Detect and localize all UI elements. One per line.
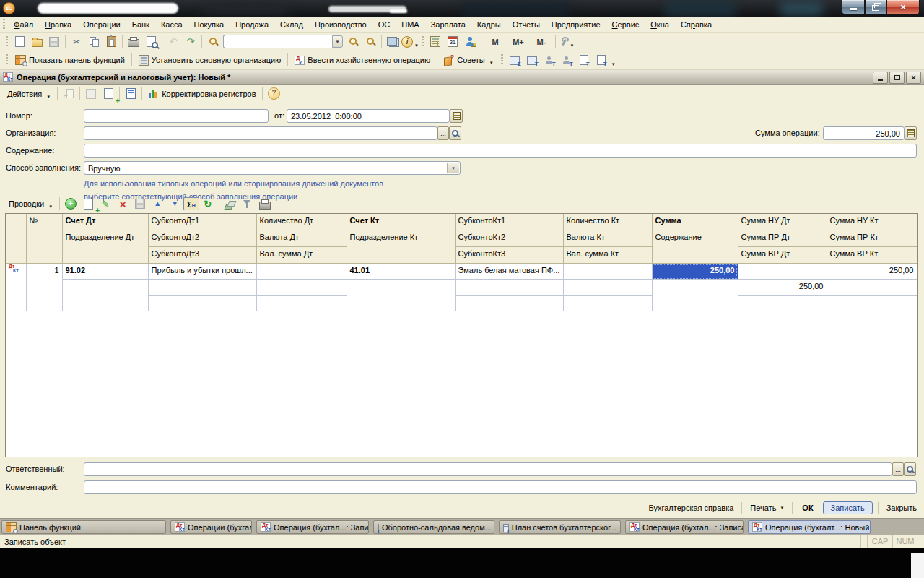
comment-input[interactable]	[84, 480, 917, 494]
print-list-button[interactable]	[256, 196, 274, 212]
copy-row-button[interactable]: +	[79, 196, 97, 212]
cell-sum-nu-dt[interactable]	[738, 264, 827, 280]
fill-method-select[interactable]: Вручную ▼	[84, 161, 461, 175]
menu-purchase[interactable]: Покупка	[188, 19, 230, 30]
menu-sale[interactable]: Продажа	[230, 19, 274, 30]
cell-cur-sum-kt[interactable]	[563, 296, 652, 311]
search-dropdown-button[interactable]: ▼	[332, 35, 343, 48]
windows-list-button[interactable]	[384, 34, 401, 50]
tab-chart-of-accounts[interactable]: Т План счетов бухгалтерског...	[499, 520, 621, 534]
cell-account-dt[interactable]: 91.02	[62, 264, 148, 280]
tab-turnover-balance[interactable]: Т Оборотно-сальдовая ведом...	[373, 520, 494, 534]
menu-enterprise[interactable]: Предприятие	[546, 19, 606, 30]
quick-report-2-button[interactable]: Т	[523, 52, 541, 68]
register-correction-button[interactable]: Корректировка регистров	[144, 85, 260, 103]
tab-operation-new-active[interactable]: ДтКт Операция (бухгалт...: Новый *	[748, 520, 871, 534]
document-minimize-button[interactable]	[873, 72, 888, 84]
print-preview-button[interactable]	[142, 34, 160, 50]
print-button-footer[interactable]: Печать ▼	[747, 502, 787, 514]
reread-button[interactable]: ←	[60, 86, 77, 102]
set-interval-button[interactable]	[222, 196, 239, 212]
cell-subconto-dt2[interactable]	[148, 280, 256, 296]
settings-button[interactable]: ▼	[558, 34, 575, 50]
cell-subconto-kt1[interactable]: Эмаль белая матовая ПФ...	[455, 264, 563, 280]
cell-subconto-kt3[interactable]	[455, 296, 563, 311]
tab-function-panel[interactable]: Панель функций	[1, 520, 166, 534]
memory-subtract-button[interactable]: M-	[530, 34, 553, 50]
tips-button[interactable]: ? Советы ▼	[440, 51, 497, 69]
cell-sum-vr-kt[interactable]	[827, 296, 917, 311]
add-row-button[interactable]: +	[62, 196, 79, 212]
end-edit-button[interactable]	[131, 196, 149, 212]
menu-production[interactable]: Производство	[309, 19, 372, 30]
responsible-input[interactable]	[84, 462, 892, 476]
tab-operation-saved-1[interactable]: ДтКт Операция (бухгал...: Записан	[256, 520, 369, 534]
cell-sum-vr-dt[interactable]	[738, 296, 827, 311]
tax-accounting-toggle[interactable]: ΣН	[183, 197, 199, 210]
tab-operations-list[interactable]: ДтКт Операции (бухгалтерский и...	[170, 520, 252, 534]
movements-button[interactable]	[82, 86, 100, 102]
menu-os[interactable]: ОС	[372, 19, 396, 30]
quick-report-3-button[interactable]: Т	[541, 52, 558, 68]
enter-business-operation-button[interactable]: Дк Ввести хозяйственную операцию	[290, 51, 435, 69]
undo-button[interactable]: ↶	[165, 34, 182, 50]
menu-operations[interactable]: Операции	[77, 19, 126, 30]
responsible-open-button[interactable]	[904, 462, 916, 476]
cell-subconto-dt1[interactable]: Прибыль и убытки прошл...	[148, 264, 256, 280]
copy-document-button[interactable]: +	[100, 86, 117, 102]
organization-select-button[interactable]: ...	[437, 126, 449, 140]
paste-button[interactable]	[103, 34, 120, 50]
show-function-panel-button[interactable]: Показать панель функций	[11, 51, 129, 69]
actions-menu-button[interactable]: Действия ▼	[3, 85, 55, 103]
cut-button[interactable]: ✂	[68, 34, 85, 50]
calculator-button[interactable]	[427, 34, 444, 50]
menu-nma[interactable]: НМА	[396, 19, 424, 30]
menu-warehouse[interactable]: Склад	[274, 19, 309, 30]
search-button[interactable]	[204, 34, 222, 50]
find-previous-button[interactable]	[362, 34, 379, 50]
find-next-button[interactable]	[344, 34, 362, 50]
quick-report-1-button[interactable]: Σ	[506, 52, 523, 68]
open-button[interactable]	[28, 34, 45, 50]
memory-add-button[interactable]: M+	[507, 34, 530, 50]
set-main-organization-button[interactable]: Установить основную организацию	[134, 51, 286, 69]
temporary-lock-button[interactable]	[461, 34, 479, 50]
menu-hr[interactable]: Кадры	[471, 19, 507, 30]
close-button[interactable]: ×	[886, 0, 920, 14]
edit-row-button[interactable]: ✎	[97, 196, 114, 212]
memory-recall-button[interactable]: M	[484, 34, 507, 50]
date-input[interactable]: 23.05.2012 0:00:00	[287, 109, 450, 123]
operation-sum-input[interactable]: 250,00	[823, 126, 905, 140]
postings-menu-button[interactable]: Проводки ▼	[4, 195, 57, 212]
cell-sum-pr-kt[interactable]	[827, 280, 917, 296]
date-picker-button[interactable]	[450, 109, 463, 123]
cell-cur-sum-dt[interactable]	[256, 296, 346, 311]
cell-sum-pr-dt[interactable]: 250,00	[738, 280, 827, 296]
cell-subdivision-kt[interactable]	[346, 280, 455, 311]
number-input[interactable]	[84, 109, 269, 123]
chevron-down-icon[interactable]: ▼	[447, 163, 459, 173]
save-button-footer[interactable]: Записать	[823, 501, 873, 514]
cell-currency-dt[interactable]	[256, 280, 346, 296]
tab-operation-saved-2[interactable]: ДтКт Операция (бухгал...: Записан	[625, 520, 744, 534]
organization-input[interactable]	[84, 126, 437, 140]
organization-open-button[interactable]	[449, 126, 461, 140]
cell-currency-kt[interactable]	[563, 280, 652, 296]
print-button[interactable]	[125, 34, 142, 50]
quick-report-5-button[interactable]: Т	[575, 52, 593, 68]
document-report-button[interactable]	[122, 86, 139, 102]
menu-reports[interactable]: Отчеты	[507, 19, 546, 30]
cell-quantity-dt[interactable]	[256, 264, 346, 280]
delete-row-button[interactable]: ×	[114, 196, 131, 212]
redo-button[interactable]: ↷	[182, 34, 199, 50]
quick-report-6-button[interactable]: Т	[593, 52, 610, 68]
cell-num[interactable]: 1	[26, 264, 62, 311]
calendar-button[interactable]: 31	[444, 34, 461, 50]
cell-quantity-kt[interactable]	[563, 264, 652, 280]
refresh-button[interactable]: ↻	[199, 196, 217, 212]
menu-cash[interactable]: Касса	[155, 19, 188, 30]
menu-help[interactable]: Справка	[675, 19, 718, 30]
cell-content[interactable]	[652, 280, 738, 311]
menu-service[interactable]: Сервис	[606, 19, 645, 30]
copy-button[interactable]	[85, 34, 103, 50]
